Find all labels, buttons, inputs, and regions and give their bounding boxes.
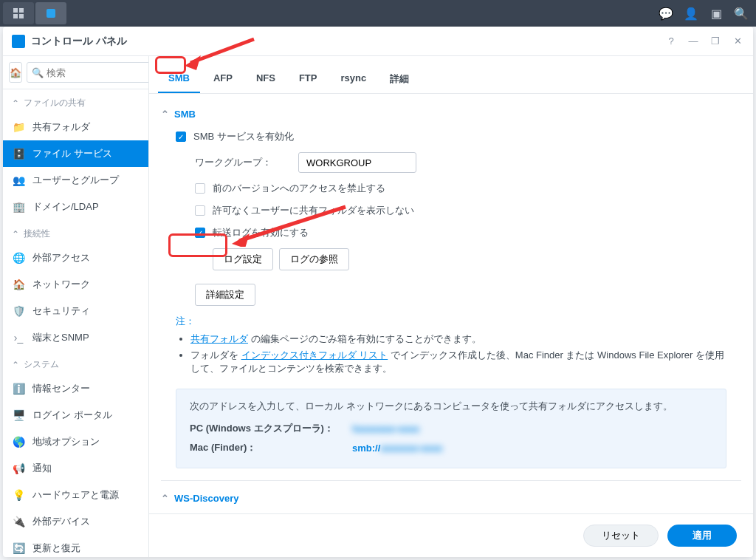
tab-smb[interactable]: SMB xyxy=(158,66,200,93)
chevron-up-icon: ⌃ xyxy=(12,98,19,109)
mac-address-value: smb://xxxxxxx-xxxx xyxy=(352,443,442,454)
chevron-up-icon: ⌃ xyxy=(12,229,19,239)
advanced-settings-button[interactable]: 詳細設定 xyxy=(195,284,255,306)
advanced-settings-row: 詳細設定 xyxy=(161,275,741,310)
pc-address-value: \\xxxxxxx-xxxx xyxy=(352,423,419,434)
sidebar-item-terminal-snmp[interactable]: ›_端末とSNMP xyxy=(3,324,148,351)
tab-ftp[interactable]: FTP xyxy=(289,66,328,93)
taskbar-app-control-panel[interactable] xyxy=(35,2,66,24)
tab-rsync[interactable]: rsync xyxy=(330,66,377,93)
log-view-button[interactable]: ログの参照 xyxy=(279,248,349,270)
search-icon[interactable]: 🔍 xyxy=(729,1,753,25)
address-box: 次のアドレスを入力して、ローカル ネットワークにあるコンピュータを使って共有フォ… xyxy=(176,389,726,468)
svg-rect-1 xyxy=(19,8,24,13)
terminal-icon: ›_ xyxy=(12,331,25,344)
sidebar-item-shared-folder[interactable]: 📁共有フォルダ xyxy=(3,114,148,140)
wsd-panel-toggle[interactable]: ⌃WS-Discovery xyxy=(161,487,741,510)
sidebar: 🏠 🔍 ⌃ファイルの共有 📁共有フォルダ 🗄️ファイル サービス 👥ユーザーとグ… xyxy=(3,56,149,557)
chevron-up-icon: ⌃ xyxy=(161,109,168,120)
checkbox-transfer-log[interactable]: ✓ xyxy=(195,228,205,238)
users-icon: 👥 xyxy=(12,174,25,187)
workgroup-input[interactable] xyxy=(298,152,416,173)
sidebar-item-login-portal[interactable]: 🖥️ログイン ポータル xyxy=(3,402,148,428)
sidebar-item-info-center[interactable]: ℹ️情報センター xyxy=(3,375,148,402)
checkbox-enable-smb[interactable]: ✓ xyxy=(176,132,186,142)
shield-icon: 🛡️ xyxy=(12,304,25,318)
window-titlebar: コントロール パネル ? — ❐ ✕ xyxy=(3,27,753,56)
widgets-icon[interactable]: ▣ xyxy=(704,1,728,25)
bulb-icon: 💡 xyxy=(12,488,25,502)
transfer-log-row[interactable]: ✓ 転送ログを有効にする xyxy=(161,222,741,244)
sidebar-item-update-restore[interactable]: 🔄更新と復元 xyxy=(3,535,148,557)
section-file-sharing[interactable]: ⌃ファイルの共有 xyxy=(3,89,148,114)
minimize-icon[interactable]: — xyxy=(687,35,700,47)
folder-icon: 📁 xyxy=(12,120,25,134)
sidebar-item-regional-options[interactable]: 🌎地域オプション xyxy=(3,428,148,455)
sidebar-item-network[interactable]: 🏠ネットワーク xyxy=(3,271,148,298)
sidebar-item-hardware-power[interactable]: 💡ハードウェアと電源 xyxy=(3,482,148,508)
help-icon[interactable]: ? xyxy=(664,35,678,47)
control-panel-window: コントロール パネル ? — ❐ ✕ 🏠 🔍 ⌃ファイルの共有 📁共有フォルダ … xyxy=(3,27,753,557)
note-item: 共有フォルダ の編集ページのごみ箱を有効にすることができます。 xyxy=(190,331,726,347)
hide-unpermitted-row[interactable]: 許可なくユーザーに共有フォルダを表示しない xyxy=(161,199,741,222)
tab-afp[interactable]: AFP xyxy=(203,66,243,93)
devices-icon: 🔌 xyxy=(12,515,25,528)
network-icon: 🏠 xyxy=(12,278,25,291)
checkbox-hide-unpermitted[interactable] xyxy=(195,205,205,216)
section-connectivity[interactable]: ⌃接続性 xyxy=(3,220,148,245)
refresh-icon: 🔄 xyxy=(12,542,25,555)
checkbox-disable-prev[interactable] xyxy=(195,183,205,194)
taskbar-app-grid[interactable] xyxy=(3,2,34,24)
sidebar-item-users-groups[interactable]: 👥ユーザーとグループ xyxy=(3,167,148,194)
file-service-icon: 🗄️ xyxy=(12,147,25,160)
chat-icon[interactable]: 💬 xyxy=(654,1,678,25)
notification-icon: 📢 xyxy=(12,462,25,475)
svg-rect-2 xyxy=(13,14,18,18)
note-item: フォルダを インデックス付きフォルダ リスト でインデックス作成した後、Mac … xyxy=(190,347,726,377)
home-button[interactable]: 🏠 xyxy=(9,62,22,83)
indexed-folder-link[interactable]: インデックス付きフォルダ リスト xyxy=(241,349,388,361)
system-taskbar: 💬 👤 ▣ 🔍 xyxy=(0,0,756,27)
svg-rect-4 xyxy=(47,9,55,18)
sidebar-item-notification[interactable]: 📢通知 xyxy=(3,455,148,482)
sidebar-item-external-access[interactable]: 🌐外部アクセス xyxy=(3,245,148,271)
tab-bar: SMB AFP NFS FTP rsync 詳細 xyxy=(149,56,753,94)
log-buttons-row: ログ設定 ログの参照 xyxy=(161,244,741,275)
chevron-up-icon: ⌃ xyxy=(161,493,168,504)
reset-button[interactable]: リセット xyxy=(583,525,659,547)
domain-icon: 🏢 xyxy=(12,200,25,214)
search-input[interactable] xyxy=(47,67,149,78)
apply-button[interactable]: 適用 xyxy=(667,525,737,547)
enable-smb-row[interactable]: ✓ SMB サービスを有効化 xyxy=(161,126,741,148)
close-icon[interactable]: ✕ xyxy=(731,35,744,47)
portal-icon: 🖥️ xyxy=(12,409,25,422)
svg-rect-3 xyxy=(19,14,24,18)
globe-icon: 🌐 xyxy=(12,251,25,264)
maximize-icon[interactable]: ❐ xyxy=(709,35,722,47)
sidebar-item-external-devices[interactable]: 🔌外部デバイス xyxy=(3,508,148,535)
window-title: コントロール パネル xyxy=(31,35,127,48)
workgroup-row: ワークグループ： xyxy=(161,148,741,177)
tab-nfs[interactable]: NFS xyxy=(246,66,286,93)
log-settings-button[interactable]: ログ設定 xyxy=(213,248,273,270)
svg-rect-0 xyxy=(13,8,18,13)
note-block: 注： 共有フォルダ の編集ページのごみ箱を有効にすることができます。 フォルダを… xyxy=(161,310,741,381)
sidebar-item-file-services[interactable]: 🗄️ファイル サービス xyxy=(3,140,148,167)
smb-panel-toggle[interactable]: ⌃SMB xyxy=(161,103,741,126)
user-icon[interactable]: 👤 xyxy=(679,1,703,25)
main-content: SMB AFP NFS FTP rsync 詳細 ⌃SMB ✓ SMB サービス… xyxy=(149,56,753,557)
sidebar-item-security[interactable]: 🛡️セキュリティ xyxy=(3,298,148,324)
disable-prev-versions-row[interactable]: 前のバージョンへのアクセスを禁止する xyxy=(161,177,741,199)
shared-folder-link[interactable]: 共有フォルダ xyxy=(190,333,248,344)
search-input-wrap[interactable]: 🔍 xyxy=(27,62,149,83)
region-icon: 🌎 xyxy=(12,435,25,448)
tab-advanced[interactable]: 詳細 xyxy=(379,66,419,93)
section-system[interactable]: ⌃システム xyxy=(3,351,148,375)
sidebar-item-domain-ldap[interactable]: 🏢ドメイン/LDAP xyxy=(3,194,148,220)
search-icon: 🔍 xyxy=(32,67,44,78)
footer-bar: リセット 適用 xyxy=(149,513,753,557)
chevron-up-icon: ⌃ xyxy=(12,360,19,370)
info-icon: ℹ️ xyxy=(12,382,25,395)
window-app-icon xyxy=(12,35,25,48)
